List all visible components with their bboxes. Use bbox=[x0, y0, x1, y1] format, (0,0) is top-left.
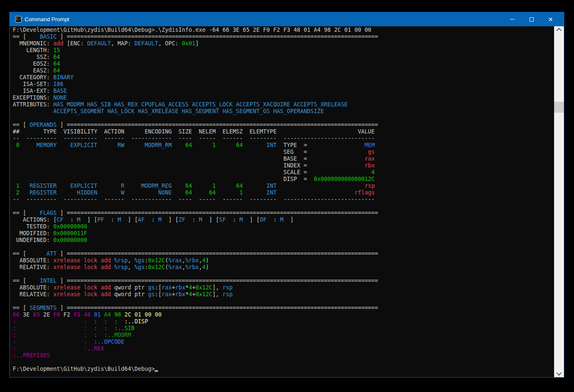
terminal-line: DISP = 0x000000000000012C bbox=[13, 176, 554, 183]
scrollbar-thumb[interactable] bbox=[554, 102, 564, 113]
terminal-line: 1 REGISTER EXPLICIT R MODRM_REG 64 1 64 … bbox=[13, 183, 554, 189]
terminal-line: F:\Development\GitHub\zydis\Build64\Debu… bbox=[13, 27, 554, 33]
terminal-line: RELATIVE: xrelease lock add qword ptr gs… bbox=[13, 291, 554, 298]
terminal-line: MNEMONIC: add [ENC: DEFAULT, MAP: DEFAUL… bbox=[13, 40, 554, 47]
cmd-icon: C:\ bbox=[15, 16, 22, 22]
terminal-line: LENGTH: 15 bbox=[13, 47, 554, 54]
command-prompt-window: C:\ Command Prompt ✕ F:\Development\GitH… bbox=[9, 12, 564, 378]
minimize-button[interactable] bbox=[503, 12, 522, 26]
maximize-button[interactable] bbox=[522, 12, 541, 26]
chevron-down-icon bbox=[556, 370, 562, 376]
terminal-line bbox=[13, 203, 554, 210]
terminal-line: ABSOLUTE: xrelease lock add %rsp, %gs:0x… bbox=[13, 257, 554, 264]
terminal-line: 2 REGISTER HIDDEN W NONE 64 64 1 INT rfl… bbox=[13, 189, 554, 196]
terminal-line: == [ BASIC ] ===========================… bbox=[13, 33, 554, 40]
terminal-line: -- --------- ---------- ------ ---------… bbox=[13, 196, 554, 203]
terminal-line: ## TYPE VISIBILITY ACTION ENCODING SIZE … bbox=[13, 128, 554, 135]
terminal-line: ISA-SET: I86 bbox=[13, 81, 554, 88]
terminal-line: == [ OPERANDS ] ========================… bbox=[13, 122, 554, 128]
terminal-line: SSZ: 64 bbox=[13, 54, 554, 61]
scrollbar-down-button[interactable] bbox=[554, 370, 564, 377]
terminal-line: F:\Development\GitHub\zydis\Build64\Debu… bbox=[13, 366, 554, 373]
terminal-line: TESTED: 0x00000000 bbox=[13, 223, 554, 230]
close-icon: ✕ bbox=[548, 17, 553, 22]
terminal-line bbox=[13, 298, 554, 305]
terminal-line bbox=[13, 271, 554, 278]
terminal-line: -- --------- ---------- ------ ---------… bbox=[13, 135, 554, 142]
terminal-line: :..PREFIXES bbox=[13, 352, 554, 359]
terminal-line: MODIFIED: 0x0000011F bbox=[13, 230, 554, 237]
window-controls: ✕ bbox=[503, 12, 560, 26]
terminal-line: ABSOLUTE: xrelease lock add qword ptr gs… bbox=[13, 284, 554, 291]
console-output[interactable]: F:\Development\GitHub\zydis\Build64\Debu… bbox=[10, 26, 554, 377]
terminal-line: SEG = gs bbox=[13, 149, 554, 156]
text-cursor bbox=[155, 370, 158, 372]
terminal-line: : : : : :..SIB bbox=[13, 325, 554, 332]
terminal-line bbox=[13, 359, 554, 366]
terminal-line: : :..REX bbox=[13, 345, 554, 352]
window-titlebar[interactable]: C:\ Command Prompt ✕ bbox=[10, 12, 564, 26]
terminal-line: RELATIVE: xrelease lock add %rsp, %gs:0x… bbox=[13, 264, 554, 271]
terminal-line: BASE = rax bbox=[13, 156, 554, 162]
scrollbar-up-button[interactable] bbox=[554, 26, 564, 33]
close-button[interactable]: ✕ bbox=[541, 12, 560, 26]
terminal-line: 0 MEMORY EXPLICIT RW MODRM_RM 64 1 64 IN… bbox=[13, 142, 554, 149]
terminal-line bbox=[13, 244, 554, 250]
terminal-line: EXCEPTIONS: NONE bbox=[13, 95, 554, 101]
window-title: Command Prompt bbox=[25, 16, 69, 22]
terminal-line: EASZ: 64 bbox=[13, 67, 554, 74]
terminal-line: SCALE = 4 bbox=[13, 169, 554, 176]
terminal-line: : : : :..MODRM bbox=[13, 332, 554, 339]
maximize-icon bbox=[530, 17, 534, 22]
terminal-line: : : :..OPCODE bbox=[13, 339, 554, 345]
minimize-icon bbox=[510, 19, 515, 19]
terminal-line: ACTIONS: [CF : M ] [PF : M ] [AF : M ] [… bbox=[13, 217, 554, 223]
terminal-line: : : : : : :..DISP bbox=[13, 318, 554, 325]
desktop-background: C:\ Command Prompt ✕ F:\Development\GitH… bbox=[0, 0, 574, 392]
terminal-line bbox=[13, 115, 554, 122]
terminal-line: 66 3E 65 2E F0 F2 F3 48 01 A4 98 2C 01 0… bbox=[13, 311, 554, 318]
terminal-line: == [ INTEL ] ===========================… bbox=[13, 278, 554, 284]
terminal-line: UNDEFINED: 0x00000000 bbox=[13, 237, 554, 244]
terminal-line: == [ SEGMENTS ] ========================… bbox=[13, 305, 554, 311]
terminal-line: ACCEPTS_SEGMENT HAS_LOCK HAS_XRELEASE HA… bbox=[13, 108, 554, 115]
terminal-line: EOSZ: 64 bbox=[13, 61, 554, 67]
terminal-line: ATTRIBUTES: HAS_MODRM HAS_SIB HAS_REX CP… bbox=[13, 101, 554, 108]
terminal-line: == [ FLAGS ] ===========================… bbox=[13, 210, 554, 217]
scrollbar-vertical[interactable] bbox=[554, 26, 564, 377]
terminal-line: == [ ATT ] =============================… bbox=[13, 250, 554, 257]
terminal-line: ISA-EXT: BASE bbox=[13, 88, 554, 95]
terminal-line: INDEX = rbx bbox=[13, 162, 554, 169]
terminal-line: CATEGORY: BINARY bbox=[13, 74, 554, 81]
chevron-up-icon bbox=[556, 28, 562, 33]
